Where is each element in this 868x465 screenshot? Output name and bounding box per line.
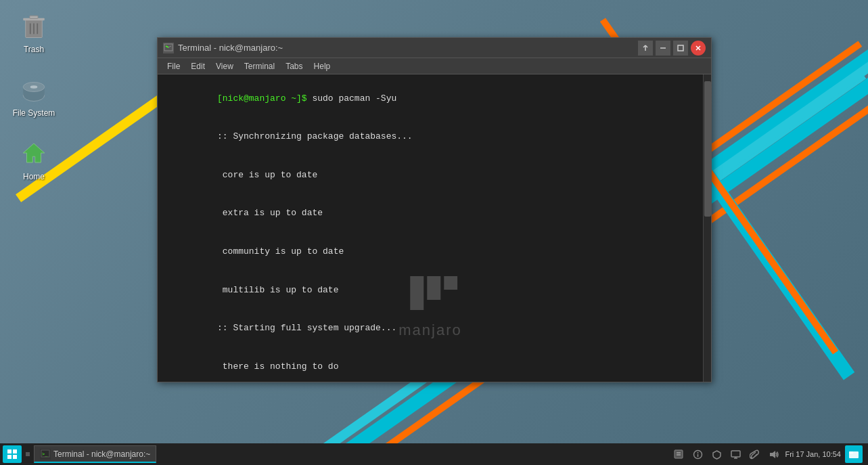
menu-file[interactable]: File [162, 58, 185, 74]
svg-line-12 [168, 46, 171, 47]
tray-icons-group [690, 447, 781, 462]
term-line-8: there is nothing to do [164, 348, 696, 382]
menu-tabs[interactable]: Tabs [280, 58, 308, 74]
svg-rect-24 [13, 449, 17, 453]
desktop-icon-filesystem[interactable]: File System [7, 70, 61, 120]
filesystem-label: File System [13, 108, 55, 118]
app-indicator [26, 452, 30, 456]
taskbar-terminal-icon: >_ [40, 449, 51, 460]
terminal-scrollbar[interactable] [703, 74, 711, 382]
svg-point-9 [30, 85, 38, 88]
titlebar-controls [638, 41, 706, 56]
svg-rect-26 [13, 455, 17, 459]
desktop-icon-home[interactable]: Home [7, 134, 61, 184]
term-prompt: [nick@manjaro ~]$ [217, 93, 312, 104]
terminal-window: Terminal - nick@manjaro:~ File Edit [157, 37, 712, 382]
taskbar-clock[interactable]: Fri 17 Jan, 10:54 [785, 450, 841, 458]
trash-label: Trash [24, 45, 44, 54]
close-button[interactable] [691, 41, 706, 56]
desktop: Trash File System Home [0, 0, 868, 465]
term-line-1: [nick@manjaro ~]$ sudo pacman -Syu [164, 80, 696, 118]
manjaro-watermark: manjaro [398, 269, 461, 341]
start-button[interactable] [3, 445, 22, 463]
tray-notification-icon[interactable] [690, 447, 705, 462]
svg-rect-21 [427, 276, 440, 300]
desktop-icon-area: Trash File System Home [0, 0, 68, 204]
svg-rect-23 [7, 449, 12, 453]
trash-icon [18, 9, 50, 42]
home-icon [18, 137, 50, 169]
svg-rect-29 [675, 450, 683, 458]
minimize-button[interactable] [656, 41, 670, 56]
filesystem-icon [18, 73, 50, 106]
terminal-titlebar: Terminal - nick@manjaro:~ [158, 38, 711, 58]
terminal-title: Terminal - nick@manjaro:~ [178, 43, 283, 53]
term-cmd: sudo pacman -Syu [312, 93, 396, 104]
svg-rect-2 [30, 16, 38, 18]
tray-icon-files[interactable] [671, 447, 686, 462]
pin-button[interactable] [638, 41, 653, 56]
taskbar-terminal-label: Terminal - nick@manjaro:~ [53, 449, 150, 459]
scrollbar-thumb[interactable] [704, 81, 711, 217]
tray-volume-icon[interactable] [766, 447, 781, 462]
terminal-content[interactable]: [nick@manjaro ~]$ sudo pacman -Syu :: Sy… [158, 74, 703, 382]
clock-datetime: Fri 17 Jan, 10:54 [785, 450, 841, 458]
term-line-2: :: Synchronizing package databases... [164, 118, 696, 157]
menu-terminal[interactable]: Terminal [239, 58, 280, 74]
home-label: Home [23, 172, 45, 181]
tray-attach-icon[interactable] [747, 447, 762, 462]
svg-point-33 [697, 452, 698, 453]
menu-edit[interactable]: Edit [185, 58, 210, 74]
svg-line-11 [166, 46, 168, 47]
term-line-4: extra is up to date [164, 195, 696, 234]
tray-shield-icon[interactable] [709, 447, 724, 462]
tray-filemanager-icon[interactable] [845, 445, 863, 463]
desktop-icon-trash[interactable]: Trash [7, 7, 61, 57]
menu-view[interactable]: View [210, 58, 239, 74]
svg-rect-20 [410, 276, 424, 310]
svg-marker-38 [770, 451, 775, 458]
tray-display-icon[interactable] [728, 447, 743, 462]
terminal-small-icon [163, 43, 174, 53]
svg-text:>_: >_ [42, 451, 48, 457]
terminal-menubar: File Edit View Terminal Tabs Help [158, 58, 711, 74]
titlebar-left: Terminal - nick@manjaro:~ [163, 43, 283, 53]
svg-rect-25 [7, 455, 12, 459]
term-line-5: community is up to date [164, 233, 696, 271]
taskbar-terminal-button[interactable]: >_ Terminal - nick@manjaro:~ [34, 445, 156, 463]
menu-help[interactable]: Help [309, 58, 336, 74]
taskbar: >_ Terminal - nick@manjaro:~ [0, 443, 868, 465]
svg-rect-22 [444, 276, 457, 290]
term-line-3: core is up to date [164, 156, 696, 195]
svg-rect-35 [731, 451, 740, 457]
terminal-body: [nick@manjaro ~]$ sudo pacman -Syu :: Sy… [158, 74, 711, 382]
taskbar-tray: Fri 17 Jan, 10:54 [671, 445, 865, 463]
manjaro-text: manjaro [398, 319, 461, 341]
maximize-button[interactable] [673, 41, 688, 56]
svg-rect-17 [678, 45, 683, 51]
